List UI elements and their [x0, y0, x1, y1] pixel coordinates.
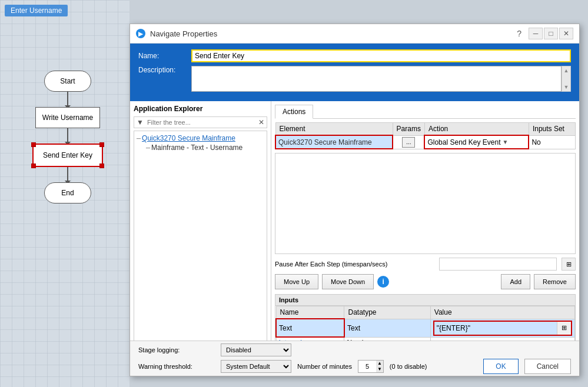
- canvas-area: Enter Username Start Write Username: [0, 0, 129, 387]
- number-of-minutes-label: Number of minutes: [297, 363, 352, 370]
- navigate-properties-dialog: ▶ Navigate Properties ? ─ □ ✕ Name: Desc…: [129, 24, 580, 376]
- info-icon: i: [377, 276, 389, 288]
- flow-process-write-username[interactable]: Write Username: [35, 107, 100, 128]
- tree-item-child1-label[interactable]: Mainframe - Text - Username: [151, 144, 242, 152]
- description-scrollbar[interactable]: ▲ ▼: [562, 66, 571, 92]
- input-value-text-wrapper: "{ENTER}" ⊞: [433, 321, 572, 336]
- minutes-up[interactable]: ▲: [376, 361, 383, 366]
- minutes-down[interactable]: ▼: [376, 366, 383, 372]
- flowchart: Start Write Username Send Enter Key: [18, 24, 118, 203]
- filter-input[interactable]: [146, 118, 256, 127]
- application-explorer-panel: Application Explorer ▼ ✕ ─ Quick3270 Sec…: [130, 101, 271, 353]
- dialog-body: Application Explorer ▼ ✕ ─ Quick3270 Sec…: [130, 101, 579, 353]
- action-buttons: Move Up Move Down i Add Remove: [275, 274, 576, 289]
- description-label: Description:: [138, 66, 191, 74]
- col-element: Element: [275, 123, 393, 136]
- explorer-title: Application Explorer: [134, 105, 267, 113]
- input-col-datatype: Datatype: [344, 306, 430, 319]
- cell-params: ...: [393, 135, 424, 149]
- minutes-input[interactable]: [358, 362, 376, 371]
- actions-content-area: [275, 153, 576, 254]
- write-username-label: Write Username: [42, 114, 93, 122]
- close-button[interactable]: ✕: [559, 28, 573, 39]
- maximize-button[interactable]: □: [544, 28, 558, 39]
- send-enter-key-label: Send Enter Key: [43, 151, 92, 159]
- tabs-bar: Actions: [275, 105, 576, 119]
- actions-panel: Actions Element Params Action Inputs Set: [271, 101, 579, 353]
- desc-input-wrapper: ▲ ▼: [191, 66, 571, 92]
- name-input[interactable]: [191, 49, 571, 62]
- move-up-button[interactable]: Move Up: [275, 274, 318, 289]
- col-inputs-set: Inputs Set: [529, 123, 575, 136]
- flow-process-selected[interactable]: Send Enter Key: [32, 144, 103, 167]
- actions-table: Element Params Action Inputs Set Quick32…: [275, 122, 576, 149]
- input-name-text: Text: [276, 319, 344, 337]
- col-action: Action: [424, 123, 529, 136]
- action-value: Global Send Key Event: [427, 138, 500, 146]
- name-field: Name:: [138, 49, 571, 62]
- arrow-down-1: [67, 92, 68, 106]
- filter-bar: ▼ ✕: [134, 116, 267, 128]
- action-dropdown-button[interactable]: ▼: [501, 139, 510, 145]
- description-input[interactable]: [191, 66, 562, 92]
- resize-handle-tr[interactable]: [99, 142, 104, 147]
- warning-threshold-label: Warning threshold:: [138, 363, 215, 370]
- col-params: Params: [393, 123, 424, 136]
- ok-button[interactable]: OK: [483, 359, 518, 374]
- calc-button[interactable]: ⊞: [562, 258, 576, 271]
- minimize-button[interactable]: ─: [529, 28, 543, 39]
- zero-to-disable-label: (0 to disable): [390, 363, 427, 370]
- minutes-spinners: ▲ ▼: [376, 361, 383, 372]
- tree-item-root-label[interactable]: Quick3270 Secure Mainframe: [142, 134, 235, 142]
- input-col-value: Value: [430, 306, 574, 319]
- flow-node-end: End: [18, 182, 118, 203]
- cell-action: Global Send Key Event ▼: [424, 135, 529, 149]
- cell-inputs-set: No: [529, 135, 575, 149]
- dialog-header: Name: Description: ▲ ▼: [130, 44, 579, 101]
- tab-actions[interactable]: Actions: [275, 105, 313, 119]
- tree-item-root: ─ Quick3270 Secure Mainframe: [137, 134, 264, 143]
- pause-section: Pause After Each Step (timespan/secs) ⊞: [275, 258, 576, 271]
- move-down-button[interactable]: Move Down: [322, 274, 374, 289]
- arrow-down-3: [67, 167, 68, 181]
- dialog-title-left: ▶ Navigate Properties: [136, 29, 217, 38]
- table-row: Quick3270 Secure Mainframe ... Global Se…: [275, 135, 576, 149]
- resize-handle-bl[interactable]: [31, 164, 36, 168]
- filter-clear-button[interactable]: ✕: [256, 117, 267, 128]
- name-label: Name:: [138, 52, 191, 60]
- end-label: End: [61, 189, 74, 197]
- action-select-wrapper: Global Send Key Event ▼: [427, 138, 526, 146]
- tree-area: ─ Quick3270 Secure Mainframe ─ Mainframe…: [134, 131, 267, 349]
- stage-logging-label: Stage logging:: [138, 346, 215, 353]
- pause-input[interactable]: [439, 258, 557, 271]
- minutes-input-wrapper: ▲ ▼: [358, 360, 384, 373]
- resize-handle-tl[interactable]: [31, 142, 36, 147]
- pause-label: Pause After Each Step (timespan/secs): [275, 261, 434, 268]
- flow-start-end[interactable]: Start: [44, 71, 91, 92]
- tree-item-child1: ─ Mainframe - Text - Username: [146, 143, 264, 152]
- input-value-text: "{ENTER}" ⊞: [430, 319, 574, 337]
- input-row-text: Text Text "{ENTER}" ⊞: [276, 319, 575, 337]
- canvas-tab-label: Enter Username: [11, 6, 62, 15]
- canvas-tab[interactable]: Enter Username: [5, 5, 68, 16]
- input-value-text-display: "{ENTER}": [434, 323, 557, 333]
- input-datatype-text: Text: [344, 319, 430, 337]
- dialog-controls: ? ─ □ ✕: [517, 28, 573, 39]
- cancel-button[interactable]: Cancel: [524, 359, 571, 374]
- dialog-title-text: Navigate Properties: [150, 29, 217, 38]
- arrow-down-2: [67, 128, 68, 142]
- input-value-calc-button[interactable]: ⊞: [557, 322, 571, 335]
- stage-logging-select[interactable]: Disabled Enabled: [221, 343, 291, 356]
- remove-button[interactable]: Remove: [534, 274, 576, 289]
- warning-threshold-select[interactable]: System Default: [221, 360, 291, 373]
- flow-end-node[interactable]: End: [44, 182, 91, 203]
- footer-row-1: Stage logging: Disabled Enabled: [138, 343, 571, 356]
- help-symbol[interactable]: ?: [517, 29, 521, 38]
- flow-node-send-enter-key: Send Enter Key: [18, 144, 118, 167]
- inputs-header: Inputs: [275, 295, 575, 306]
- add-button[interactable]: Add: [501, 274, 530, 289]
- resize-handle-br[interactable]: [99, 164, 104, 168]
- params-button[interactable]: ...: [402, 137, 415, 148]
- tree-expand-icon[interactable]: ─: [137, 135, 141, 142]
- flow-node-start: Start: [18, 71, 118, 92]
